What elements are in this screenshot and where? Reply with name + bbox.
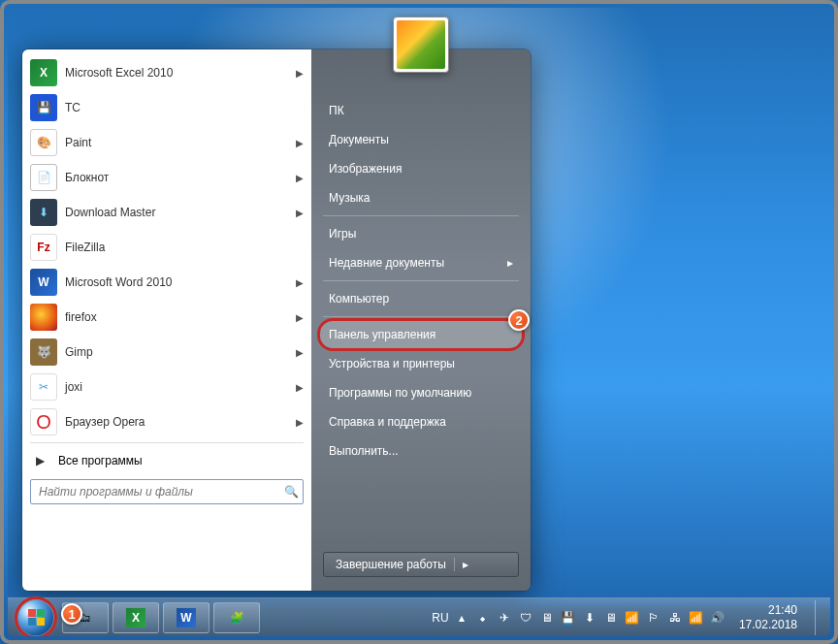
clock-date: 17.02.2018 <box>739 618 797 631</box>
separator <box>323 215 519 216</box>
right-item-label: Документы <box>329 133 389 146</box>
program-label: Paint <box>65 136 296 149</box>
program-item[interactable]: XMicrosoft Excel 2010▶ <box>24 55 309 90</box>
program-label: Gimp <box>65 345 296 359</box>
program-icon: 🎨 <box>30 129 57 156</box>
clock[interactable]: 21:40 17.02.2018 <box>731 603 805 631</box>
right-menu-item[interactable]: Недавние документы▸ <box>319 248 523 277</box>
program-item[interactable]: firefox▶ <box>24 300 309 335</box>
program-item[interactable]: WMicrosoft Word 2010▶ <box>24 265 309 300</box>
show-desktop-button[interactable] <box>815 600 824 635</box>
right-item-label: Изображения <box>329 162 402 176</box>
tray-icon[interactable]: 🛡 <box>518 610 533 626</box>
shutdown-label: Завершение работы <box>336 558 446 571</box>
program-icon: X <box>30 59 57 86</box>
program-item[interactable]: 🐺Gimp▶ <box>24 335 309 370</box>
right-menu-item[interactable]: ПК <box>319 96 523 125</box>
submenu-arrow-icon: ▶ <box>296 277 304 288</box>
program-label: joxi <box>65 380 296 394</box>
start-menu: XMicrosoft Excel 2010▶💾TC🎨Paint▶📄Блокнот… <box>21 48 532 592</box>
program-icon: ⬇ <box>30 199 57 226</box>
search-wrap: 🔍 <box>24 475 309 506</box>
right-menu-item[interactable]: Документы <box>319 125 523 154</box>
program-item[interactable]: ✂joxi▶ <box>24 370 309 404</box>
tray-icon[interactable]: ✈ <box>497 610 512 626</box>
right-menu-item[interactable]: Игры <box>319 219 523 248</box>
annotation-callout-2: 2 <box>508 309 530 331</box>
program-label: Download Master <box>65 206 296 219</box>
right-menu-item[interactable]: Выполнить... <box>319 436 523 466</box>
right-menu-item[interactable]: Компьютер <box>319 284 523 313</box>
tray-icon[interactable]: 📶 <box>625 610 640 626</box>
right-item-label: ПК <box>329 104 344 117</box>
search-box[interactable]: 🔍 <box>30 479 304 504</box>
program-icon: O <box>30 408 57 435</box>
all-programs-label: Все программы <box>58 454 143 467</box>
right-item-label: Недавние документы <box>329 256 444 270</box>
tray-up-icon[interactable]: ▴ <box>454 610 469 626</box>
program-item[interactable]: 📄Блокнот▶ <box>24 160 309 195</box>
network-icon[interactable]: 🖧 <box>667 610 683 626</box>
taskbar: 🗂 X W 🧩 RU ▴ ⬥ ✈ 🛡 🖥 💾 ⬇ 🖥 📶 🏳 🖧 📶 🔊 21:… <box>8 597 830 636</box>
right-menu-item[interactable]: Панель управления <box>319 320 523 349</box>
search-icon: 🔍 <box>284 485 299 499</box>
tray-icon[interactable]: ⬥ <box>475 610 491 626</box>
tray-icon[interactable]: 🖥 <box>603 610 619 626</box>
program-label: TC <box>65 101 304 114</box>
right-menu-item[interactable]: Устройства и принтеры <box>319 349 523 378</box>
tray-icon[interactable]: 🖥 <box>539 610 555 626</box>
user-avatar[interactable] <box>393 16 449 73</box>
right-menu-item[interactable]: Программы по умолчанию <box>319 378 523 407</box>
shutdown-button[interactable]: Завершение работы ▸ <box>323 552 519 577</box>
taskbar-app-generic[interactable]: 🧩 <box>213 602 260 633</box>
shutdown-menu-arrow-icon[interactable]: ▸ <box>454 558 468 571</box>
program-item[interactable]: OБраузер Opera▶ <box>24 404 309 439</box>
program-icon: 💾 <box>30 94 57 121</box>
submenu-arrow-icon: ▶ <box>296 208 304 218</box>
program-label: Блокнот <box>65 171 296 184</box>
program-label: firefox <box>65 310 296 324</box>
submenu-arrow-icon: ▶ <box>296 382 304 393</box>
submenu-arrow-icon: ▶ <box>296 138 304 148</box>
right-item-label: Справка и поддержка <box>329 415 446 429</box>
language-indicator[interactable]: RU <box>433 610 448 626</box>
right-menu-item[interactable]: Музыка <box>319 183 523 212</box>
start-orb-icon <box>18 600 53 635</box>
system-tray: RU ▴ ⬥ ✈ 🛡 🖥 💾 ⬇ 🖥 📶 🏳 🖧 📶 🔊 21:40 17.02… <box>433 600 824 635</box>
right-menu-item[interactable]: Изображения <box>319 154 523 183</box>
program-icon <box>30 304 57 331</box>
program-label: Браузер Opera <box>65 415 296 429</box>
program-label: Microsoft Word 2010 <box>65 275 296 289</box>
start-menu-right: ПКДокументыИзображенияМузыкаИгрыНедавние… <box>311 49 531 591</box>
submenu-arrow-icon: ▶ <box>296 312 304 323</box>
program-item[interactable]: 🎨Paint▶ <box>24 125 309 160</box>
right-menu-item[interactable]: Справка и поддержка <box>319 407 523 436</box>
program-item[interactable]: FzFileZilla <box>24 230 309 265</box>
separator <box>323 280 519 281</box>
taskbar-app-excel[interactable]: X <box>113 602 159 633</box>
submenu-arrow-icon: ▶ <box>296 417 304 428</box>
tray-icon[interactable]: ⬇ <box>582 610 597 626</box>
search-input[interactable] <box>35 485 284 499</box>
program-item[interactable]: 💾TC <box>24 90 309 125</box>
clock-time: 21:40 <box>739 603 797 617</box>
annotation-callout-1: 1 <box>61 603 82 625</box>
right-item-label: Выполнить... <box>329 444 399 458</box>
separator <box>323 316 519 317</box>
program-icon: ✂ <box>30 373 57 401</box>
start-menu-left: XMicrosoft Excel 2010▶💾TC🎨Paint▶📄Блокнот… <box>22 49 311 591</box>
taskbar-app-word[interactable]: W <box>163 602 210 633</box>
submenu-arrow-icon: ▶ <box>296 173 304 183</box>
right-item-label: Панель управления <box>329 328 435 341</box>
action-center-icon[interactable]: 🏳 <box>646 610 661 626</box>
desktop: XMicrosoft Excel 2010▶💾TC🎨Paint▶📄Блокнот… <box>8 8 830 636</box>
start-button[interactable] <box>14 598 58 637</box>
shutdown-area: Завершение работы ▸ <box>319 546 523 583</box>
right-item-label: Компьютер <box>329 292 389 306</box>
network-signal-icon[interactable]: 📶 <box>689 610 704 626</box>
all-programs[interactable]: ▶ Все программы <box>24 446 309 475</box>
tray-icon[interactable]: 💾 <box>561 610 576 626</box>
avatar-image <box>397 20 445 69</box>
program-item[interactable]: ⬇Download Master▶ <box>24 195 309 230</box>
volume-icon[interactable]: 🔊 <box>710 610 725 626</box>
